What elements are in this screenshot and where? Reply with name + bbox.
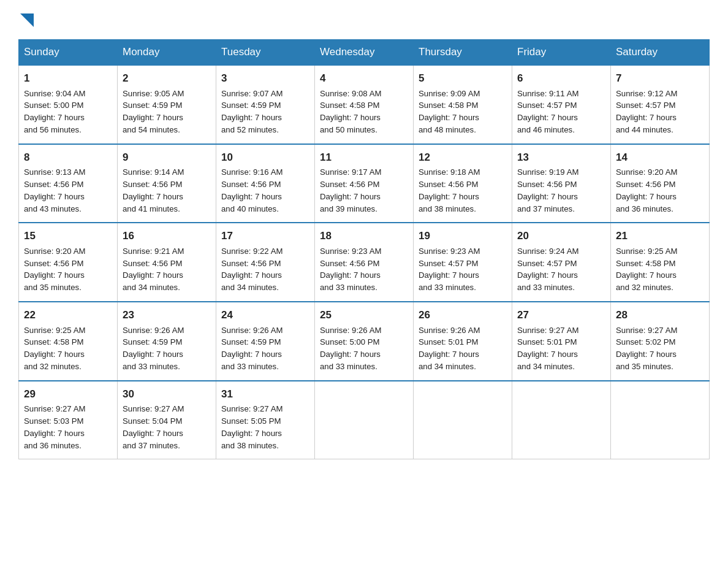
weekday-header-friday: Friday: [512, 40, 611, 66]
svg-marker-0: [20, 13, 34, 27]
day-number: 6: [517, 71, 605, 86]
day-info: Sunrise: 9:18 AMSunset: 4:56 PMDaylight:…: [419, 166, 507, 215]
day-number: 24: [221, 307, 309, 323]
weekday-header-tuesday: Tuesday: [216, 40, 315, 66]
day-number: 18: [320, 228, 408, 244]
day-number: 3: [221, 71, 309, 86]
day-number: 31: [221, 386, 309, 402]
day-info: Sunrise: 9:07 AMSunset: 4:59 PMDaylight:…: [221, 88, 309, 136]
calendar-day-cell: 8Sunrise: 9:13 AMSunset: 4:56 PMDaylight…: [19, 144, 118, 223]
day-number: 11: [320, 150, 408, 166]
calendar-day-cell: 17Sunrise: 9:22 AMSunset: 4:56 PMDayligh…: [216, 223, 315, 302]
weekday-header-wednesday: Wednesday: [315, 40, 414, 66]
day-info: Sunrise: 9:25 AMSunset: 4:58 PMDaylight:…: [24, 324, 112, 373]
day-info: Sunrise: 9:20 AMSunset: 4:56 PMDaylight:…: [616, 166, 704, 215]
calendar-day-cell: 6Sunrise: 9:11 AMSunset: 4:57 PMDaylight…: [512, 65, 611, 144]
calendar-week-row: 8Sunrise: 9:13 AMSunset: 4:56 PMDaylight…: [19, 144, 710, 223]
day-number: 10: [221, 150, 309, 166]
calendar-day-cell: 30Sunrise: 9:27 AMSunset: 5:04 PMDayligh…: [118, 381, 216, 459]
day-info: Sunrise: 9:27 AMSunset: 5:01 PMDaylight:…: [517, 324, 605, 373]
day-number: 29: [24, 386, 112, 402]
calendar-day-cell: 29Sunrise: 9:27 AMSunset: 5:03 PMDayligh…: [19, 381, 118, 459]
calendar-day-cell: 26Sunrise: 9:26 AMSunset: 5:01 PMDayligh…: [414, 302, 512, 381]
day-info: Sunrise: 9:04 AMSunset: 5:00 PMDaylight:…: [24, 88, 112, 136]
calendar-day-cell: 4Sunrise: 9:08 AMSunset: 4:58 PMDaylight…: [315, 65, 414, 144]
day-number: 19: [419, 228, 507, 244]
day-info: Sunrise: 9:09 AMSunset: 4:58 PMDaylight:…: [419, 88, 507, 136]
day-number: 23: [123, 307, 211, 323]
day-info: Sunrise: 9:23 AMSunset: 4:57 PMDaylight:…: [419, 245, 507, 294]
day-number: 30: [123, 386, 211, 402]
calendar-week-row: 29Sunrise: 9:27 AMSunset: 5:03 PMDayligh…: [19, 381, 710, 459]
day-info: Sunrise: 9:17 AMSunset: 4:56 PMDaylight:…: [320, 166, 408, 215]
weekday-header-monday: Monday: [118, 40, 216, 66]
day-number: 4: [320, 71, 408, 86]
calendar-day-cell: 16Sunrise: 9:21 AMSunset: 4:56 PMDayligh…: [118, 223, 216, 302]
calendar-week-row: 1Sunrise: 9:04 AMSunset: 5:00 PMDaylight…: [19, 65, 710, 144]
calendar-day-cell: 10Sunrise: 9:16 AMSunset: 4:56 PMDayligh…: [216, 144, 315, 223]
day-info: Sunrise: 9:23 AMSunset: 4:56 PMDaylight:…: [320, 245, 408, 294]
day-info: Sunrise: 9:27 AMSunset: 5:04 PMDaylight:…: [123, 403, 211, 451]
day-info: Sunrise: 9:11 AMSunset: 4:57 PMDaylight:…: [517, 88, 605, 136]
day-number: 1: [24, 71, 112, 86]
logo: [18, 12, 34, 27]
empty-cell: [512, 381, 611, 459]
day-info: Sunrise: 9:19 AMSunset: 4:56 PMDaylight:…: [517, 166, 605, 215]
day-info: Sunrise: 9:27 AMSunset: 5:05 PMDaylight:…: [221, 403, 309, 451]
day-number: 12: [419, 150, 507, 166]
calendar-day-cell: 15Sunrise: 9:20 AMSunset: 4:56 PMDayligh…: [19, 223, 118, 302]
calendar-day-cell: 11Sunrise: 9:17 AMSunset: 4:56 PMDayligh…: [315, 144, 414, 223]
calendar-day-cell: 5Sunrise: 9:09 AMSunset: 4:58 PMDaylight…: [414, 65, 512, 144]
day-info: Sunrise: 9:27 AMSunset: 5:02 PMDaylight:…: [616, 324, 704, 373]
calendar-day-cell: 3Sunrise: 9:07 AMSunset: 4:59 PMDaylight…: [216, 65, 315, 144]
day-number: 25: [320, 307, 408, 323]
day-info: Sunrise: 9:27 AMSunset: 5:03 PMDaylight:…: [24, 403, 112, 451]
day-info: Sunrise: 9:13 AMSunset: 4:56 PMDaylight:…: [24, 166, 112, 215]
day-info: Sunrise: 9:08 AMSunset: 4:58 PMDaylight:…: [320, 88, 408, 136]
day-number: 17: [221, 228, 309, 244]
calendar-day-cell: 28Sunrise: 9:27 AMSunset: 5:02 PMDayligh…: [611, 302, 710, 381]
day-info: Sunrise: 9:05 AMSunset: 4:59 PMDaylight:…: [123, 88, 211, 136]
day-number: 8: [24, 150, 112, 166]
day-info: Sunrise: 9:14 AMSunset: 4:56 PMDaylight:…: [123, 166, 211, 215]
calendar-day-cell: 12Sunrise: 9:18 AMSunset: 4:56 PMDayligh…: [414, 144, 512, 223]
day-number: 26: [419, 307, 507, 323]
calendar-day-cell: 19Sunrise: 9:23 AMSunset: 4:57 PMDayligh…: [414, 223, 512, 302]
calendar-day-cell: 9Sunrise: 9:14 AMSunset: 4:56 PMDaylight…: [118, 144, 216, 223]
calendar-day-cell: 21Sunrise: 9:25 AMSunset: 4:58 PMDayligh…: [611, 223, 710, 302]
day-number: 7: [616, 71, 704, 86]
page-header: [18, 12, 710, 27]
day-info: Sunrise: 9:21 AMSunset: 4:56 PMDaylight:…: [123, 245, 211, 294]
calendar-day-cell: 7Sunrise: 9:12 AMSunset: 4:57 PMDaylight…: [611, 65, 710, 144]
day-info: Sunrise: 9:12 AMSunset: 4:57 PMDaylight:…: [616, 88, 704, 136]
empty-cell: [414, 381, 512, 459]
day-number: 9: [123, 150, 211, 166]
calendar-week-row: 22Sunrise: 9:25 AMSunset: 4:58 PMDayligh…: [19, 302, 710, 381]
calendar-day-cell: 13Sunrise: 9:19 AMSunset: 4:56 PMDayligh…: [512, 144, 611, 223]
day-info: Sunrise: 9:25 AMSunset: 4:58 PMDaylight:…: [616, 245, 704, 294]
calendar-table: SundayMondayTuesdayWednesdayThursdayFrid…: [18, 39, 710, 459]
day-info: Sunrise: 9:26 AMSunset: 5:01 PMDaylight:…: [419, 324, 507, 373]
weekday-header-row: SundayMondayTuesdayWednesdayThursdayFrid…: [19, 40, 710, 66]
day-info: Sunrise: 9:22 AMSunset: 4:56 PMDaylight:…: [221, 245, 309, 294]
day-number: 16: [123, 228, 211, 244]
calendar-day-cell: 31Sunrise: 9:27 AMSunset: 5:05 PMDayligh…: [216, 381, 315, 459]
calendar-day-cell: 23Sunrise: 9:26 AMSunset: 4:59 PMDayligh…: [118, 302, 216, 381]
day-number: 5: [419, 71, 507, 86]
empty-cell: [611, 381, 710, 459]
day-info: Sunrise: 9:16 AMSunset: 4:56 PMDaylight:…: [221, 166, 309, 215]
day-info: Sunrise: 9:24 AMSunset: 4:57 PMDaylight:…: [517, 245, 605, 294]
day-number: 20: [517, 228, 605, 244]
weekday-header-saturday: Saturday: [611, 40, 710, 66]
day-number: 27: [517, 307, 605, 323]
calendar-day-cell: 2Sunrise: 9:05 AMSunset: 4:59 PMDaylight…: [118, 65, 216, 144]
day-number: 13: [517, 150, 605, 166]
weekday-header-thursday: Thursday: [414, 40, 512, 66]
weekday-header-sunday: Sunday: [19, 40, 118, 66]
calendar-day-cell: 20Sunrise: 9:24 AMSunset: 4:57 PMDayligh…: [512, 223, 611, 302]
calendar-week-row: 15Sunrise: 9:20 AMSunset: 4:56 PMDayligh…: [19, 223, 710, 302]
day-info: Sunrise: 9:26 AMSunset: 4:59 PMDaylight:…: [221, 324, 309, 373]
empty-cell: [315, 381, 414, 459]
calendar-day-cell: 14Sunrise: 9:20 AMSunset: 4:56 PMDayligh…: [611, 144, 710, 223]
day-number: 14: [616, 150, 704, 166]
